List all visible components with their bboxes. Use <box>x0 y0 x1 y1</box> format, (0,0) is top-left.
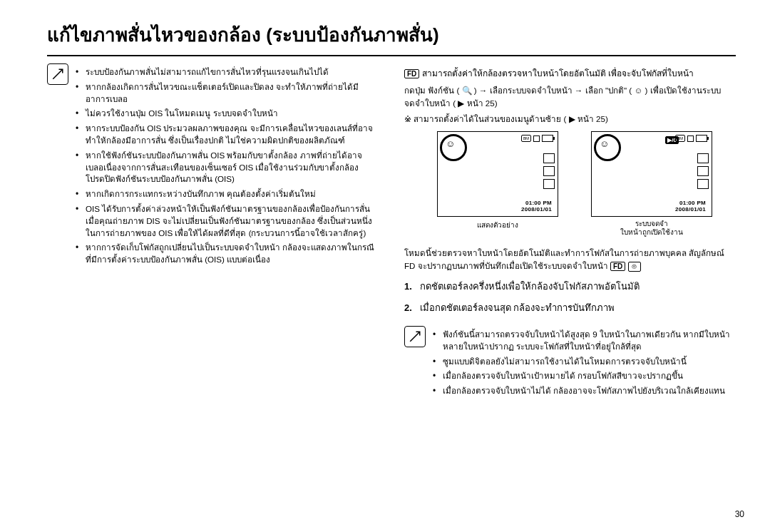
square-icon <box>533 135 540 142</box>
right-intro-1: FD สามารถตั้งค่าให้กล้องตรวจหาใบหน้าโดยอ… <box>404 68 694 78</box>
side-icon-stack <box>543 153 555 189</box>
right-k-line: กดปุ่ม ฟังก์ชัน ( 🔍 ) → เลือกระบบจดจำใบห… <box>404 84 736 110</box>
right-more-text: โหมดนี้ช่วยตรวจหาใบหน้าโดยอัตโนมัติและทำ… <box>404 248 724 270</box>
face-icon: ☺ <box>446 139 455 148</box>
res-badge: 8M <box>521 135 531 142</box>
left-note-7: OIS ได้รับการตั้งค่าล่วงหน้าให้เป็นฟังก์… <box>76 203 379 239</box>
fd-chip-icon: FD <box>404 69 419 78</box>
step-1-number: 1. <box>404 280 417 294</box>
side-icon-stack <box>697 153 709 189</box>
screen-caption-left: แสดงตัวอย่าง <box>477 220 518 230</box>
right-note-list: ฟังก์ชันนี้สามารถตรวจจับใบหน้าได้สูงสุด … <box>433 329 736 400</box>
right-note-3: เมื่อกล้องตรวจจับใบหน้าเป้าหมายได้ กรอบโ… <box>433 370 736 382</box>
battery-icon <box>542 135 553 142</box>
face-icon: ☺ <box>600 139 609 148</box>
camera-glyph-icon: ◎ <box>628 262 641 272</box>
left-note-1: ระบบป้องกันภาพสั่นไม่สามารถแก้ไขการสั่นไ… <box>76 66 379 78</box>
left-note-4: หากระบบป้องกัน OIS ประมวลผลภาพของคุณ จะม… <box>76 123 379 147</box>
right-column: FD สามารถตั้งค่าให้กล้องตรวจหาใบหน้าโดยอ… <box>404 62 736 400</box>
left-column: ระบบป้องกันภาพสั่นไม่สามารถแก้ไขการสั่นไ… <box>47 62 379 400</box>
screen-caption-right-1: ระบบจดจำ <box>635 220 668 227</box>
left-note-list: ระบบป้องกันภาพสั่นไม่สามารถแก้ไขการสั่นไ… <box>76 66 379 269</box>
note-block-left: ระบบป้องกันภาพสั่นไม่สามารถแก้ไขการสั่นไ… <box>47 62 379 269</box>
pencil-note-icon <box>404 326 426 347</box>
preview-screen-right: ☺ ▶/0 8M 01:00 PM 2008/01/01 <box>591 131 712 217</box>
screen-date: 2008/01/01 <box>675 207 706 213</box>
note-block-right: ฟังก์ชันนี้สามารถตรวจจับใบหน้าได้สูงสุด … <box>404 324 736 400</box>
right-note-2: ซูมแบบดิจิตอลยังไม่สามารถใช้งานได้ในโหมด… <box>433 356 736 368</box>
screen-date: 2008/01/01 <box>521 207 552 213</box>
left-note-8: หากการจัดเก็บโฟกัสถูกเปลี่ยนไปเป็นระบบจด… <box>76 242 379 266</box>
step-2-text: เมื่อกดชัตเตอร์ลงจนสุด กล้องจะทำการบันทึ… <box>420 302 615 313</box>
right-note-4: เมื่อกล้องตรวจจับใบหน้าไม่ได้ กล้องอาจจะ… <box>433 385 736 397</box>
pencil-note-icon <box>47 63 68 85</box>
screenshot-row: ☺ 8M 01:00 PM 2008/01/01 <box>437 131 736 237</box>
right-star-note: ※ สามารถตั้งค่าได้ในส่วนของเมนูด้านซ้าย … <box>404 113 736 126</box>
square-icon <box>687 135 694 142</box>
screen-caption-right-2: ใบหน้าถูกเปิดใช้งาน <box>620 228 683 236</box>
left-note-5: หากใช้ฟังก์ชันระบบป้องกันภาพสั่น OIS พร้… <box>76 150 379 185</box>
page-number: 30 <box>735 509 744 519</box>
right-note-1: ฟังก์ชันนี้สามารถตรวจจับใบหน้าได้สูงสุด … <box>433 329 736 353</box>
left-note-2: หากกล้องเกิดการสั่นไหวขณะแช็ตเตอร์เปิดแล… <box>76 81 379 106</box>
step-2-number: 2. <box>404 301 417 315</box>
fd-chip-icon: FD <box>610 262 625 271</box>
page-title: แก้ไขภาพสั่นไหวของกล้อง (ระบบป้องกันภาพส… <box>47 20 736 56</box>
steps-block: 1. กดชัตเตอร์ลงครึ่งหนึ่งเพื่อให้กล้องจั… <box>404 280 736 314</box>
res-badge: 8M <box>675 135 685 142</box>
preview-screen-left: ☺ 8M 01:00 PM 2008/01/01 <box>437 131 558 217</box>
left-note-3: ไม่ควรใช้งานปุ่ม OIS ในโหมดเมนู ระบบจดจำ… <box>76 108 379 120</box>
battery-icon <box>696 135 707 142</box>
left-note-6: หากเกิดการกระแทกระหว่างบันทึกภาพ คุณต้อง… <box>76 188 379 200</box>
step-1-text: กดชัตเตอร์ลงครึ่งหนึ่งเพื่อให้กล้องจับโฟ… <box>420 281 640 292</box>
